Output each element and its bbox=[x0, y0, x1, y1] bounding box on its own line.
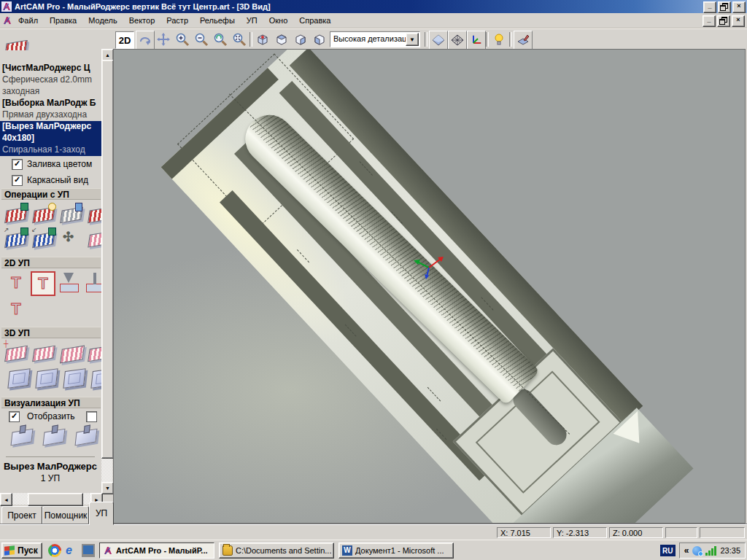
messenger-icon[interactable] bbox=[692, 546, 702, 556]
toolpath-list-item[interactable]: Прямая двухзаходна bbox=[2, 109, 101, 121]
menu-model[interactable]: Модель bbox=[82, 15, 123, 26]
menu-edit[interactable]: Правка bbox=[44, 15, 82, 26]
template-2-icon[interactable] bbox=[35, 368, 60, 389]
child-minimize-button[interactable]: _ bbox=[703, 15, 716, 27]
simulate-toolpath-icon[interactable] bbox=[10, 426, 35, 448]
tab-project[interactable]: Проект bbox=[1, 506, 42, 524]
paint-relief-icon[interactable] bbox=[514, 31, 533, 50]
menu-toolpaths[interactable]: УП bbox=[241, 15, 263, 26]
area-clearance-toolpath-icon[interactable]: Т bbox=[31, 271, 55, 296]
profile-toolpath-icon[interactable]: Т bbox=[4, 271, 28, 295]
start-button[interactable]: Пуск bbox=[1, 542, 42, 559]
horizontal-scroll-thumb[interactable] bbox=[28, 493, 83, 506]
toolpath-list-item[interactable]: Сферическая d2.0mm bbox=[2, 74, 101, 86]
scroll-left-button[interactable]: ◄ bbox=[0, 493, 12, 506]
shaded-view-icon[interactable] bbox=[429, 31, 448, 50]
toolpath-list-item-selected[interactable]: 40x180] bbox=[2, 133, 101, 144]
chevron-down-icon[interactable]: ▼ bbox=[406, 33, 419, 46]
network-signal-icon[interactable] bbox=[705, 545, 716, 556]
3d-viewport[interactable] bbox=[113, 49, 746, 524]
tab-assistant[interactable]: Помощник bbox=[42, 506, 89, 524]
rotate-icon[interactable] bbox=[136, 31, 155, 50]
machined-model bbox=[161, 49, 643, 524]
save-toolpath-icon[interactable] bbox=[4, 203, 29, 225]
section-operations: Операции с УП bbox=[1, 188, 101, 200]
tray-chevron[interactable]: « bbox=[684, 545, 689, 556]
fill-color-checkbox[interactable]: ✓ bbox=[12, 159, 23, 170]
zoom-out-icon[interactable] bbox=[193, 31, 210, 48]
machine-relief-icon[interactable]: ┼ bbox=[4, 341, 29, 363]
3d-cutout-icon[interactable] bbox=[60, 341, 85, 363]
chrome-icon[interactable] bbox=[48, 544, 61, 557]
child-close-button[interactable]: × bbox=[732, 15, 745, 27]
show-desktop-icon[interactable] bbox=[82, 544, 95, 557]
menu-help[interactable]: Справка bbox=[293, 15, 336, 26]
status-empty-field bbox=[665, 527, 697, 538]
wireframe-toggle-icon[interactable] bbox=[448, 31, 467, 50]
view-side-icon[interactable] bbox=[292, 31, 309, 48]
show-simulation-checkbox[interactable]: ✓ bbox=[9, 411, 20, 422]
save-selected-toolpath-icon[interactable]: ↙ bbox=[32, 228, 57, 249]
view-top-icon[interactable] bbox=[273, 31, 290, 48]
language-indicator[interactable]: RU bbox=[660, 545, 676, 556]
transform-toolpath-icon[interactable]: ✣ bbox=[60, 228, 85, 249]
wireframe-checkbox[interactable]: ✓ bbox=[12, 175, 23, 186]
restore-button[interactable] bbox=[718, 1, 731, 13]
save-all-toolpaths-icon[interactable]: ↗ bbox=[4, 228, 29, 249]
close-button[interactable]: × bbox=[732, 1, 746, 13]
ie-icon[interactable]: e bbox=[66, 544, 79, 557]
template-1-icon[interactable] bbox=[7, 368, 32, 389]
menu-file[interactable]: Файл bbox=[12, 15, 44, 26]
task-word[interactable]: W Документ1 - Microsoft ... bbox=[338, 542, 454, 559]
minimize-button[interactable]: _ bbox=[703, 1, 716, 13]
light-icon[interactable] bbox=[490, 31, 508, 48]
show-simulation-label: Отобразить bbox=[27, 411, 74, 421]
detail-level-value: Высокая детализация bbox=[333, 34, 416, 43]
inlay-toolpath-icon[interactable]: Т bbox=[4, 298, 28, 321]
toolpath-list-item-selected[interactable]: [Вырез МалРоджерс bbox=[2, 121, 101, 133]
menu-reliefs[interactable]: Рельефы bbox=[194, 15, 241, 26]
panel-horizontal-scrollbar[interactable]: ◄ ► bbox=[0, 493, 101, 505]
toolpath-list-item-selected[interactable]: Спиральная 1-заход bbox=[2, 144, 101, 156]
task-artcam[interactable]: ArtCAM Pro - МалыйР... bbox=[99, 542, 214, 559]
window-title: ArtCAM Pro - МалыйРоджерс вертик Всё тут… bbox=[15, 2, 271, 11]
reset-simulation-icon[interactable] bbox=[74, 426, 99, 448]
vertical-scroll-thumb[interactable] bbox=[101, 60, 114, 459]
origin-axes-icon[interactable] bbox=[467, 31, 486, 50]
pan-icon[interactable] bbox=[155, 31, 172, 48]
taskbar: Пуск e ArtCAM Pro - МалыйР... C:\Documen… bbox=[0, 540, 747, 560]
view-front-icon[interactable] bbox=[311, 31, 328, 48]
zoom-in-icon[interactable] bbox=[174, 31, 191, 48]
child-restore-button[interactable] bbox=[717, 15, 730, 27]
start-label: Пуск bbox=[18, 545, 38, 556]
wireframe-label: Каркасный вид bbox=[27, 175, 88, 185]
panel-vertical-scrollbar[interactable]: ▲ ▼ bbox=[101, 49, 112, 493]
toolpath-list-item[interactable]: заходная bbox=[2, 86, 101, 98]
toolpaths-panel: [ЧистМалРоджерс Ц Сферическая d2.0mm зах… bbox=[0, 49, 114, 524]
secondary-checkbox[interactable] bbox=[86, 411, 97, 422]
toolbar-separator bbox=[425, 32, 427, 47]
task-label: ArtCAM Pro - МалыйР... bbox=[116, 546, 208, 555]
iso-view-icon[interactable] bbox=[254, 31, 271, 48]
active-toolpath-title: Вырез МалРоджерс bbox=[0, 461, 101, 472]
toolpath-list-item[interactable]: [ЧистМалРоджерс Ц bbox=[2, 63, 101, 74]
scroll-down-button[interactable]: ▼ bbox=[101, 482, 114, 494]
menu-window[interactable]: Окно bbox=[263, 15, 294, 26]
detail-level-select[interactable]: Высокая детализация ▼ bbox=[330, 31, 420, 47]
simulate-all-icon[interactable] bbox=[42, 426, 67, 448]
delete-toolpath-icon[interactable] bbox=[60, 203, 85, 225]
menu-vector[interactable]: Вектор bbox=[123, 15, 161, 26]
toolpath-list-item[interactable]: [Выборка МалРодж Б bbox=[2, 98, 101, 109]
document-icon bbox=[2, 15, 12, 26]
divider bbox=[6, 456, 95, 457]
tab-toolpaths[interactable]: УП bbox=[89, 502, 114, 525]
template-3-icon[interactable] bbox=[63, 368, 88, 389]
2d-view-toggle[interactable]: 2D bbox=[115, 31, 134, 49]
toolpath-summary-icon[interactable] bbox=[32, 203, 57, 225]
zoom-previous-icon[interactable] bbox=[212, 31, 229, 48]
feature-machining-icon[interactable] bbox=[32, 341, 57, 363]
zoom-fit-icon[interactable] bbox=[231, 31, 248, 48]
menu-raster[interactable]: Растр bbox=[160, 15, 194, 26]
task-explorer[interactable]: C:\Documents and Settin... bbox=[219, 542, 334, 559]
vbit-carving-icon[interactable] bbox=[57, 271, 80, 295]
